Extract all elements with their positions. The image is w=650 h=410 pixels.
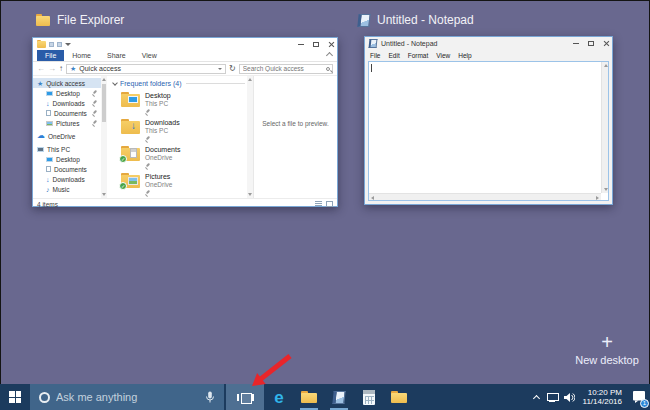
maximize-icon[interactable]	[588, 41, 594, 46]
qat-dropdown-icon[interactable]	[65, 43, 71, 46]
tab-file[interactable]: File	[37, 50, 64, 61]
thumbnail-title: File Explorer	[57, 13, 124, 27]
sidebar-item-desktop[interactable]: Desktop	[33, 88, 101, 98]
pin-icon	[92, 100, 98, 106]
scrollbar-thumb[interactable]	[102, 84, 106, 122]
preview-placeholder-text: Select a file to preview.	[262, 120, 328, 127]
forward-icon[interactable]: →	[48, 65, 56, 73]
scroll-down-icon[interactable]	[248, 193, 252, 196]
close-icon[interactable]	[603, 40, 609, 46]
tab-share[interactable]: Share	[99, 50, 134, 61]
scroll-up-icon[interactable]	[102, 78, 106, 81]
pin-icon	[145, 190, 151, 196]
maximize-icon[interactable]	[313, 42, 319, 47]
taskbar-search-input[interactable]	[56, 391, 200, 403]
details-view-icon[interactable]	[315, 201, 322, 207]
pc-icon	[37, 147, 44, 152]
folder-tile-pictures[interactable]: ✓ Pictures OneDrive	[113, 171, 245, 198]
notepad-thumbnail-label[interactable]: Untitled - Notepad	[358, 13, 474, 27]
monitor-overlay-icon	[128, 96, 138, 103]
close-icon[interactable]	[328, 41, 334, 47]
taskbar: e 10:20 PM 11/14/201	[0, 384, 650, 410]
notepad-text-area[interactable]	[368, 61, 609, 201]
network-icon	[547, 393, 558, 402]
sidebar-item-music[interactable]: ♪ Music	[33, 184, 101, 194]
minimize-icon[interactable]	[298, 44, 304, 45]
sidebar-item-desktop-pc[interactable]: Desktop	[33, 154, 101, 164]
qat-button-icon[interactable]	[57, 42, 62, 47]
menu-view[interactable]: View	[436, 52, 450, 59]
main-scrollbar[interactable]	[247, 76, 253, 198]
folder-tile-desktop[interactable]: Desktop This PC	[113, 90, 245, 117]
notepad-app-icon	[369, 39, 378, 48]
menu-format[interactable]: Format	[408, 52, 429, 59]
sidebar-item-documents[interactable]: Documents	[33, 108, 101, 118]
new-desktop-button[interactable]: + New desktop	[570, 332, 644, 366]
sidebar-item-downloads[interactable]: ↓ Downloads	[33, 98, 101, 108]
file-explorer-button[interactable]	[294, 384, 324, 410]
edge-button[interactable]: e	[264, 384, 294, 410]
menu-help[interactable]: Help	[458, 52, 471, 59]
tray-expand-button[interactable]	[529, 384, 545, 410]
notepad-titlebar: Untitled - Notepad	[365, 37, 612, 50]
notepad-button[interactable]	[324, 384, 354, 410]
file-explorer-icon	[36, 14, 50, 26]
sidebar-item-downloads-pc[interactable]: ↓ Downloads	[33, 174, 101, 184]
microphone-icon[interactable]	[204, 391, 216, 403]
group-header[interactable]: Frequent folders (4)	[113, 80, 245, 87]
back-icon[interactable]: ←	[37, 65, 45, 73]
scroll-left-icon[interactable]	[371, 196, 374, 200]
vertical-scrollbar[interactable]	[601, 62, 608, 193]
cortana-search-box[interactable]	[30, 384, 224, 410]
menu-edit[interactable]: Edit	[388, 52, 399, 59]
qat-button-icon[interactable]	[49, 42, 54, 47]
item-count: 4 items	[37, 201, 58, 208]
action-center-button[interactable]: 1	[628, 384, 650, 410]
task-view-screen: File Explorer File Home Share View ← → ↑	[0, 0, 650, 410]
sync-check-icon: ✓	[119, 155, 127, 163]
file-explorer-thumbnail[interactable]: File Home Share View ← → ↑ ★ Quick acces…	[32, 37, 338, 207]
breadcrumb-dropdown-icon[interactable]	[218, 68, 222, 70]
collapse-icon[interactable]	[112, 80, 118, 86]
refresh-icon[interactable]: ↻	[229, 65, 236, 73]
volume-button[interactable]	[561, 384, 577, 410]
ribbon-tabs: File Home Share View	[33, 50, 337, 62]
sidebar-item-documents-pc[interactable]: Documents	[33, 164, 101, 174]
sidebar-item-onedrive[interactable]: ☁ OneDrive	[33, 131, 101, 141]
sidebar-item-quick-access[interactable]: ★ Quick access	[33, 78, 101, 88]
minimize-icon[interactable]	[573, 43, 579, 44]
window-controls	[298, 38, 334, 50]
horizontal-scrollbar[interactable]	[369, 193, 601, 200]
scroll-down-icon[interactable]	[102, 193, 106, 196]
folder-list: Frequent folders (4) Desktop This PC ↓	[107, 76, 247, 198]
document-overlay-icon	[130, 148, 137, 158]
navigation-pane: ★ Quick access Desktop ↓ Downloads Docum…	[33, 76, 101, 198]
thumbnail-title: Untitled - Notepad	[377, 13, 474, 27]
tab-view[interactable]: View	[134, 50, 165, 61]
menu-file[interactable]: File	[370, 52, 380, 59]
network-button[interactable]	[545, 384, 561, 410]
ribbon-expand-icon[interactable]	[326, 52, 333, 59]
sidebar-item-pictures[interactable]: Pictures	[33, 118, 101, 128]
start-button[interactable]	[0, 384, 30, 410]
tab-home[interactable]: Home	[64, 50, 99, 61]
explorer-search-box[interactable]	[239, 64, 333, 74]
sidebar-item-this-pc[interactable]: This PC	[33, 144, 101, 154]
pinned-folder-button[interactable]	[384, 384, 414, 410]
task-view-button[interactable]	[226, 384, 264, 410]
explorer-search-input[interactable]	[240, 65, 332, 73]
up-icon[interactable]: ↑	[59, 65, 63, 73]
folder-tile-downloads[interactable]: ↓ Downloads This PC	[113, 117, 245, 144]
notepad-thumbnail[interactable]: Untitled - Notepad File Edit Format View…	[364, 36, 613, 205]
folder-tile-documents[interactable]: ✓ Documents OneDrive	[113, 144, 245, 171]
scroll-right-icon[interactable]	[596, 196, 599, 200]
scroll-down-icon[interactable]	[604, 188, 608, 191]
scroll-up-icon[interactable]	[248, 78, 252, 81]
calculator-button[interactable]	[354, 384, 384, 410]
scroll-up-icon[interactable]	[604, 64, 608, 67]
text-cursor	[371, 64, 372, 72]
clock[interactable]: 10:20 PM 11/14/2016	[577, 384, 628, 410]
breadcrumb[interactable]: ★ Quick access	[66, 64, 226, 74]
thumbnail-view-icon[interactable]	[326, 201, 333, 207]
file-explorer-thumbnail-label[interactable]: File Explorer	[36, 13, 124, 27]
